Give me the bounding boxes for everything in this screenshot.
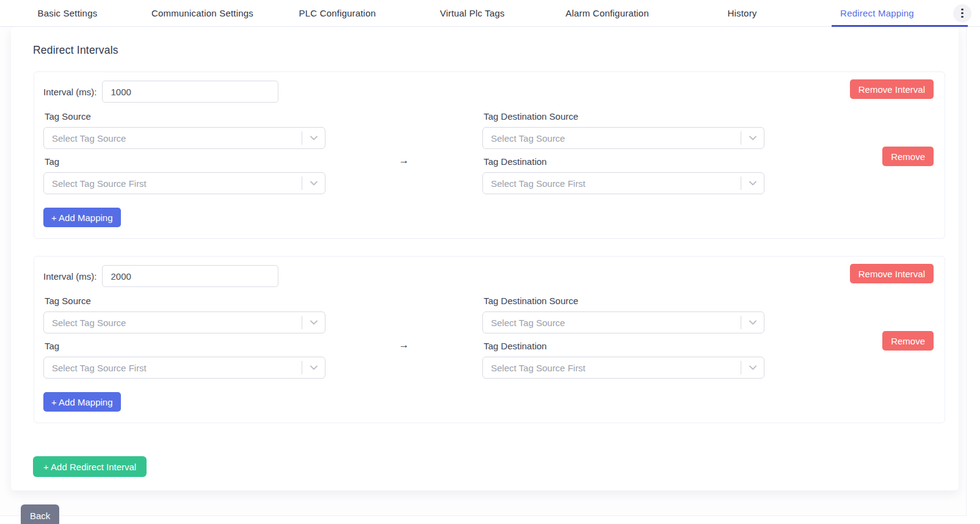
tab-virtual-plc-tags[interactable]: Virtual Plc Tags <box>405 0 540 26</box>
page-content: Redirect Intervals Interval (ms): Remove… <box>0 27 967 516</box>
tag-source-select[interactable]: Select Tag Source <box>43 127 325 149</box>
tag-destination-source-select[interactable]: Select Tag Source <box>482 127 764 149</box>
tab-communication-settings[interactable]: Communication Settings <box>135 0 270 26</box>
tag-destination-label: Tag Destination <box>484 341 764 351</box>
add-mapping-button[interactable]: + Add Mapping <box>43 208 121 227</box>
interval-card-2: Interval (ms): Remove Interval Tag Sourc… <box>34 256 945 423</box>
tag-source-label: Tag Source <box>45 296 325 306</box>
back-button[interactable]: Back <box>21 504 59 524</box>
tag-destination-label: Tag Destination <box>484 156 764 167</box>
chevron-down-icon[interactable] <box>302 320 325 325</box>
tag-destination-source-placeholder: Select Tag Source <box>483 133 741 144</box>
mapping-arrow-icon: → <box>325 127 482 194</box>
tag-label: Tag <box>45 341 325 351</box>
more-menu-container <box>945 0 980 26</box>
tag-destination-select[interactable]: Select Tag Source First <box>482 357 764 379</box>
page-title: Redirect Intervals <box>33 44 959 57</box>
kebab-menu-icon[interactable] <box>953 4 971 23</box>
kebab-dot <box>961 16 964 18</box>
interval-card-1: Interval (ms): Remove Interval Tag Sourc… <box>34 71 945 239</box>
interval-ms-input[interactable] <box>102 81 278 103</box>
tag-destination-placeholder: Select Tag Source First <box>483 178 741 189</box>
tag-placeholder: Select Tag Source First <box>44 178 302 189</box>
chevron-down-icon[interactable] <box>302 136 325 140</box>
tab-plc-configuration[interactable]: PLC Configuration <box>270 0 405 26</box>
chevron-down-icon[interactable] <box>302 365 325 370</box>
remove-interval-button[interactable]: Remove Interval <box>850 264 934 283</box>
tab-alarm-configuration[interactable]: Alarm Configuration <box>540 0 675 26</box>
add-mapping-button[interactable]: + Add Mapping <box>43 392 121 412</box>
tab-redirect-mapping[interactable]: Redirect Mapping <box>810 0 945 26</box>
interval-ms-label: Interval (ms): <box>43 87 97 97</box>
interval-ms-input[interactable] <box>102 265 278 287</box>
chevron-down-icon[interactable] <box>741 320 764 325</box>
chevron-down-icon[interactable] <box>302 181 325 186</box>
kebab-dot <box>961 9 964 11</box>
tab-basic-settings[interactable]: Basic Settings <box>0 0 135 26</box>
settings-tab-bar: Basic Settings Communication Settings PL… <box>0 0 980 27</box>
tag-label: Tag <box>45 156 325 167</box>
tab-history[interactable]: History <box>675 0 810 26</box>
kebab-dot <box>961 12 964 15</box>
tag-placeholder: Select Tag Source First <box>44 363 302 373</box>
tag-destination-source-select[interactable]: Select Tag Source <box>482 311 764 333</box>
tag-source-placeholder: Select Tag Source <box>44 318 302 328</box>
tag-select[interactable]: Select Tag Source First <box>43 172 325 194</box>
interval-ms-label: Interval (ms): <box>43 271 97 282</box>
tag-destination-source-label: Tag Destination Source <box>484 111 764 122</box>
add-redirect-interval-button[interactable]: + Add Redirect Interval <box>33 456 147 477</box>
mapping-arrow-icon: → <box>325 311 482 379</box>
tag-destination-select[interactable]: Select Tag Source First <box>482 172 764 194</box>
remove-mapping-button[interactable]: Remove <box>882 147 934 166</box>
tag-select[interactable]: Select Tag Source First <box>43 357 325 379</box>
chevron-down-icon[interactable] <box>741 181 764 186</box>
redirect-mapping-card: Redirect Intervals Interval (ms): Remove… <box>11 27 959 490</box>
tag-source-label: Tag Source <box>45 111 325 122</box>
tag-source-placeholder: Select Tag Source <box>44 133 302 144</box>
tag-destination-source-label: Tag Destination Source <box>484 296 764 306</box>
tag-source-select[interactable]: Select Tag Source <box>43 311 325 333</box>
tag-destination-source-placeholder: Select Tag Source <box>483 318 741 328</box>
chevron-down-icon[interactable] <box>741 136 764 140</box>
active-tab-underline <box>832 25 968 27</box>
remove-mapping-button[interactable]: Remove <box>882 331 934 351</box>
remove-interval-button[interactable]: Remove Interval <box>850 79 934 99</box>
chevron-down-icon[interactable] <box>741 365 764 370</box>
tag-destination-placeholder: Select Tag Source First <box>483 363 741 373</box>
